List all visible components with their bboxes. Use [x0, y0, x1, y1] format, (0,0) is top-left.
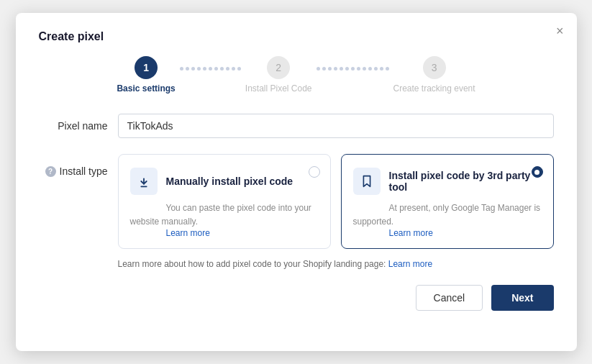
step-1: 1 Basic settings — [117, 56, 175, 94]
help-icon: ? — [45, 166, 56, 177]
close-button[interactable]: × — [556, 24, 564, 37]
footer-learn-more-link[interactable]: Learn more — [388, 259, 432, 269]
footer-note: Learn more about how to add pixel code t… — [118, 259, 554, 269]
next-button[interactable]: Next — [491, 285, 553, 311]
step-1-circle: 1 — [135, 56, 158, 79]
radio-third-party[interactable] — [532, 166, 543, 178]
radio-manual[interactable] — [309, 166, 320, 178]
modal-title: Create pixel — [39, 30, 554, 43]
card-manual-top: Manually install pixel code — [130, 168, 319, 195]
download-icon — [130, 168, 158, 195]
step-dots-2 — [317, 67, 389, 83]
install-options: Manually install pixel code You can past… — [118, 154, 554, 249]
install-card-manual[interactable]: Manually install pixel code You can past… — [118, 154, 331, 249]
modal-footer: Cancel Next — [39, 285, 554, 311]
step-2: 2 Install Pixel Code — [245, 56, 312, 94]
card-third-party-title: Install pixel code by 3rd party tool — [389, 170, 542, 193]
cancel-button[interactable]: Cancel — [416, 285, 483, 311]
install-card-third-party[interactable]: Install pixel code by 3rd party tool At … — [341, 154, 554, 249]
install-type-row: ? Install type Manually install p — [39, 154, 554, 249]
pixel-name-label: Pixel name — [39, 120, 118, 132]
step-dots-1 — [180, 67, 241, 83]
card-third-party-desc: At present, only Google Tag Manager is s… — [353, 203, 541, 227]
step-3: 3 Create tracking event — [393, 56, 475, 94]
install-type-label-col: ? Install type — [39, 154, 118, 177]
svg-rect-3 — [360, 176, 373, 188]
card-third-party-top: Install pixel code by 3rd party tool — [353, 168, 542, 195]
pixel-name-input[interactable] — [118, 114, 554, 138]
step-1-label: Basic settings — [117, 83, 175, 94]
create-pixel-modal: Create pixel × 1 Basic settings — [16, 13, 577, 351]
card-manual-learn-more[interactable]: Learn more — [130, 228, 319, 238]
step-2-label: Install Pixel Code — [245, 83, 312, 94]
step-3-circle: 3 — [423, 56, 446, 79]
install-type-label: Install type — [60, 165, 108, 177]
step-2-circle: 2 — [267, 56, 290, 79]
bookmark-icon — [353, 168, 381, 195]
card-manual-desc: You can paste the pixel code into your w… — [130, 203, 311, 227]
stepper: 1 Basic settings 2 Install Pixel Code — [39, 56, 554, 94]
step-3-label: Create tracking event — [393, 83, 475, 94]
card-third-party-learn-more[interactable]: Learn more — [353, 228, 542, 238]
card-manual-title: Manually install pixel code — [166, 176, 319, 187]
pixel-name-row: Pixel name — [39, 114, 554, 138]
